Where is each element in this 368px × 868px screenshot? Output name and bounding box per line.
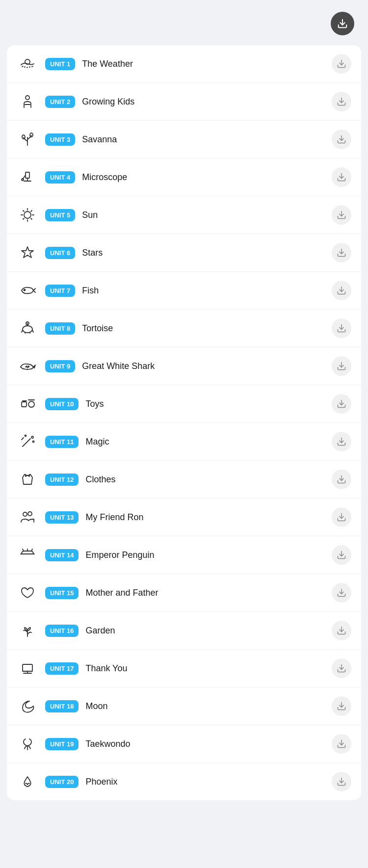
svg-point-39 <box>33 441 34 443</box>
unit-title-16: Garden <box>85 626 325 636</box>
unit-download-button-10[interactable] <box>332 394 351 414</box>
unit-title-1: The Weather <box>82 59 325 69</box>
download-icon-17 <box>337 663 346 673</box>
svg-point-6 <box>22 135 25 139</box>
unit-icon-16 <box>17 620 38 641</box>
unit-badge-15: UNIT 15 <box>45 587 79 599</box>
unit-icon-17 <box>17 658 38 679</box>
svg-point-5 <box>30 133 33 137</box>
unit-row-7: UNIT 7 Fish <box>7 272 361 310</box>
unit-download-button-12[interactable] <box>332 470 351 489</box>
download-icon-6 <box>337 248 346 258</box>
unit-download-button-7[interactable] <box>332 281 351 300</box>
download-icon-5 <box>337 210 346 220</box>
svg-point-31 <box>28 401 34 407</box>
unit-row-11: UNIT 11 Magic <box>7 423 361 461</box>
unit-download-button-14[interactable] <box>332 545 351 565</box>
unit-title-15: Mother and Father <box>85 588 325 598</box>
unit-row-18: UNIT 18 Moon <box>7 687 361 725</box>
unit-badge-4: UNIT 4 <box>45 171 75 184</box>
unit-download-button-6[interactable] <box>332 243 351 263</box>
unit-title-9: Great White Shark <box>82 361 325 371</box>
unit-title-4: Microscope <box>82 172 325 183</box>
unit-download-button-3[interactable] <box>332 130 351 149</box>
unit-download-button-19[interactable] <box>332 734 351 754</box>
unit-row-17: UNIT 17 Thank You <box>7 650 361 687</box>
download-icon-1 <box>337 59 346 69</box>
unit-icon-13 <box>17 506 38 528</box>
unit-row-10: UNIT 10 Toys <box>7 385 361 423</box>
unit-title-20: Phoenix <box>85 777 325 787</box>
svg-point-9 <box>22 179 24 181</box>
unit-icon-18 <box>17 695 38 717</box>
svg-point-28 <box>28 366 29 367</box>
unit-title-14: Emperor Penguin <box>85 550 325 560</box>
unit-title-12: Clothes <box>85 474 325 485</box>
svg-point-3 <box>26 96 29 100</box>
unit-download-button-17[interactable] <box>332 658 351 678</box>
unit-title-17: Thank You <box>85 663 325 674</box>
unit-icon-7 <box>17 280 38 301</box>
unit-icon-9 <box>17 355 38 377</box>
unit-download-button-11[interactable] <box>332 432 351 451</box>
unit-icon-11 <box>17 431 38 452</box>
unit-icon-12 <box>17 469 38 490</box>
unit-badge-7: UNIT 7 <box>45 285 75 297</box>
unit-download-button-15[interactable] <box>332 583 351 603</box>
svg-line-16 <box>23 210 24 211</box>
unit-title-10: Toys <box>85 399 325 409</box>
unit-download-button-9[interactable] <box>332 356 351 376</box>
download-icon-16 <box>337 626 346 635</box>
unit-row-15: UNIT 15 Mother and Father <box>7 574 361 612</box>
unit-badge-14: UNIT 14 <box>45 549 79 561</box>
unit-download-button-16[interactable] <box>332 621 351 640</box>
unit-icon-3 <box>17 129 38 150</box>
download-icon-15 <box>337 588 346 598</box>
svg-line-35 <box>23 439 30 447</box>
app-container: UNIT 1 The Weather UNIT 2 Growing Kids U… <box>0 0 368 800</box>
unit-badge-10: UNIT 10 <box>45 398 79 410</box>
unit-download-button-8[interactable] <box>332 318 351 338</box>
unit-download-button-5[interactable] <box>332 205 351 225</box>
unit-row-2: UNIT 2 Growing Kids <box>7 83 361 121</box>
unit-badge-18: UNIT 18 <box>45 700 79 712</box>
download-icon-13 <box>337 512 346 522</box>
unit-icon-20 <box>17 771 38 792</box>
unit-badge-9: UNIT 9 <box>45 360 75 372</box>
unit-download-button-13[interactable] <box>332 507 351 527</box>
unit-row-6: UNIT 6 Stars <box>7 234 361 272</box>
unit-download-button-2[interactable] <box>332 92 351 111</box>
download-icon-18 <box>337 701 346 711</box>
unit-row-9: UNIT 9 Great White Shark <box>7 347 361 385</box>
unit-badge-2: UNIT 2 <box>45 96 75 108</box>
unit-badge-11: UNIT 11 <box>45 436 79 448</box>
header <box>0 0 368 45</box>
header-download-button[interactable] <box>331 12 354 35</box>
unit-download-button-1[interactable] <box>332 54 351 74</box>
download-icon-19 <box>337 739 346 749</box>
unit-row-1: UNIT 1 The Weather <box>7 45 361 83</box>
unit-badge-6: UNIT 6 <box>45 247 75 259</box>
svg-rect-8 <box>26 172 29 178</box>
svg-line-17 <box>31 218 32 219</box>
unit-icon-19 <box>17 733 38 755</box>
svg-point-38 <box>25 435 26 437</box>
download-icon-9 <box>337 361 346 371</box>
unit-badge-12: UNIT 12 <box>45 473 79 486</box>
unit-badge-13: UNIT 13 <box>45 511 79 524</box>
unit-download-button-4[interactable] <box>332 167 351 187</box>
download-icon-14 <box>337 550 346 560</box>
unit-icon-2 <box>17 91 38 112</box>
unit-badge-1: UNIT 1 <box>45 58 75 70</box>
download-icon-3 <box>337 134 346 144</box>
download-all-icon <box>337 18 348 29</box>
download-icon-2 <box>337 97 346 106</box>
units-list: UNIT 1 The Weather UNIT 2 Growing Kids U… <box>7 45 361 800</box>
unit-download-button-20[interactable] <box>332 772 351 791</box>
unit-badge-16: UNIT 16 <box>45 625 79 637</box>
unit-download-button-18[interactable] <box>332 696 351 716</box>
unit-title-18: Moon <box>85 701 325 711</box>
unit-row-19: UNIT 19 Taekwondo <box>7 725 361 763</box>
download-icon-4 <box>337 172 346 182</box>
svg-line-18 <box>31 210 32 211</box>
